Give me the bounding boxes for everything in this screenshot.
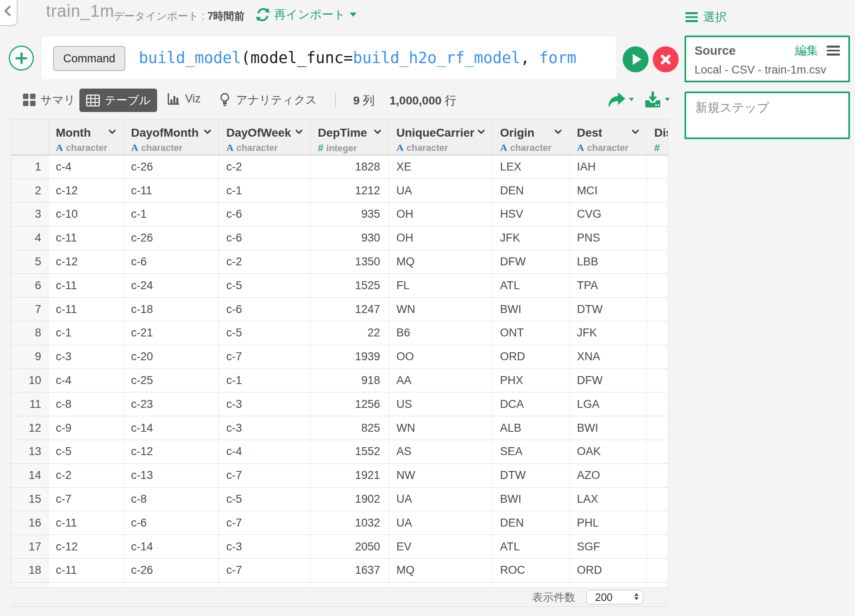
column-header-origin[interactable]: OriginAcharacter <box>492 120 569 155</box>
tab-analytics[interactable]: アナリティクス <box>219 92 317 107</box>
stepper-icon <box>634 593 639 600</box>
table-cell: ORD <box>492 345 569 369</box>
table-cell: PNS <box>569 226 646 250</box>
character-type-icon: A <box>226 142 234 153</box>
table-cell: WN <box>389 416 492 440</box>
table-header-row: MonthAcharacterDayofMonthAcharacterDayOf… <box>11 120 668 155</box>
column-header-dest[interactable]: DestAcharacter <box>569 120 646 155</box>
add-step-button[interactable] <box>9 46 34 71</box>
source-step-panel[interactable]: Source 編集 Local - CSV - train-1m.csv <box>685 36 850 82</box>
select-button[interactable]: 選択 <box>685 9 727 25</box>
download-button[interactable] <box>644 91 670 108</box>
table-cell: c-11 <box>48 274 123 298</box>
back-button[interactable] <box>0 0 18 26</box>
table-cell: DFW <box>569 369 646 392</box>
column-header-dis[interactable]: Dis# <box>646 120 668 155</box>
column-menu-chevron-icon <box>295 130 303 134</box>
table-cell: FL <box>389 274 492 298</box>
column-header-month[interactable]: MonthAcharacter <box>48 120 123 155</box>
share-button[interactable] <box>606 91 634 108</box>
table-cell <box>646 416 668 440</box>
table-cell <box>646 559 668 583</box>
column-header-dayofmonth[interactable]: DayofMonthAcharacter <box>123 120 219 155</box>
source-menu-icon[interactable] <box>827 46 840 56</box>
table-cell: c-4 <box>48 369 123 392</box>
table-cell: AZO <box>569 463 646 487</box>
table-cell: TPA <box>569 274 646 298</box>
cancel-button[interactable] <box>653 46 679 72</box>
row-number-cell: 9 <box>11 345 48 369</box>
command-type-button[interactable]: Command <box>53 46 125 71</box>
table-cell: c-12 <box>123 440 219 464</box>
table-row: 11c-8c-23c-31256USDCALGA <box>11 392 668 416</box>
table-cell: c-12 <box>48 179 123 203</box>
share-arrow-icon <box>606 91 626 108</box>
page-size-select[interactable]: 200 <box>586 590 643 604</box>
source-edit-link[interactable]: 編集 <box>795 43 818 59</box>
table-row: 1c-4c-26c-21828XELEXIAH <box>11 155 668 179</box>
tab-summary[interactable]: サマリ <box>23 92 75 107</box>
table-cell: 935 <box>310 203 389 227</box>
new-step-panel[interactable]: 新規ステップ <box>685 92 850 139</box>
column-header-dayofweek[interactable]: DayOfWeekAcharacter <box>219 120 310 155</box>
table-row: 8c-1c-21c-522B6ONTJFK <box>11 321 668 345</box>
table-cell: ATL <box>492 274 569 298</box>
chevron-down-icon <box>629 98 634 101</box>
table-cell: 1247 <box>310 298 389 321</box>
table-cell <box>646 487 668 511</box>
table-cell: c-23 <box>123 392 219 416</box>
reimport-button[interactable]: 再インポート <box>256 7 356 23</box>
row-number-cell: 3 <box>11 203 48 227</box>
character-type-icon: A <box>500 142 507 153</box>
table-cell: c-10 <box>48 203 123 227</box>
table-cell: DEN <box>492 179 569 203</box>
table-cell: c-6 <box>219 298 310 321</box>
table-cell: 918 <box>310 369 389 392</box>
command-bar[interactable]: Command build_model(model_func=build_h2o… <box>42 37 616 79</box>
table-row: 6c-11c-24c-51525FLATLTPA <box>11 274 668 298</box>
table-cell: c-14 <box>123 416 219 440</box>
new-step-label: 新規ステップ <box>695 99 839 116</box>
table-cell: c-26 <box>123 155 219 179</box>
row-number-cell: 5 <box>11 250 48 274</box>
table-row: 17c-12c-14c-32050EVATLSGF <box>11 535 668 559</box>
column-header-uniquecarrier[interactable]: UniqueCarrierAcharacter <box>389 120 492 155</box>
table-cell <box>646 535 668 559</box>
plus-icon <box>15 52 27 64</box>
table-row-partial <box>11 582 668 588</box>
column-count: 9 列 <box>353 93 374 109</box>
table-cell: c-26 <box>123 226 219 250</box>
table-cell: BWI <box>569 416 646 440</box>
table-cell: MCI <box>569 179 646 203</box>
table-cell: EV <box>389 535 492 559</box>
table-cell: AS <box>389 440 492 464</box>
table-cell: ONT <box>492 321 569 345</box>
column-header-deptime[interactable]: DepTime#integer <box>310 120 389 155</box>
code-segment: , <box>520 49 539 67</box>
table-row: 13c-5c-12c-41552ASSEAOAK <box>11 440 668 464</box>
tab-analytics-label: アナリティクス <box>236 92 317 107</box>
chevron-left-icon <box>3 5 12 17</box>
table-cell: c-11 <box>48 511 123 535</box>
table-cell: c-8 <box>48 392 123 416</box>
tab-table-selected[interactable]: テーブル <box>79 89 157 112</box>
table-cell: HSV <box>492 203 569 227</box>
table-row: 5c-12c-6c-21350MQDFWLBB <box>11 250 668 274</box>
tab-viz[interactable]: Viz <box>167 92 201 105</box>
refresh-icon <box>256 8 270 22</box>
table-row: 14c-2c-13c-71921NWDTWAZO <box>11 463 668 487</box>
table-cell: DTW <box>492 463 569 487</box>
reimport-label: 再インポート <box>274 7 346 23</box>
page-title: train_1m <box>46 2 115 20</box>
table-cell: UA <box>389 511 492 535</box>
run-button[interactable] <box>623 46 649 72</box>
command-code-input[interactable]: build_model(model_func=build_h2o_rf_mode… <box>139 37 615 79</box>
close-icon <box>659 53 672 66</box>
code-segment: build_model <box>139 49 241 67</box>
table-cell: OO <box>389 345 492 369</box>
source-title: Source <box>695 44 795 58</box>
column-menu-chevron-icon <box>632 130 639 134</box>
corner-cell <box>11 120 48 155</box>
chevron-down-icon <box>665 98 670 101</box>
table-cell: c-8 <box>123 487 219 511</box>
